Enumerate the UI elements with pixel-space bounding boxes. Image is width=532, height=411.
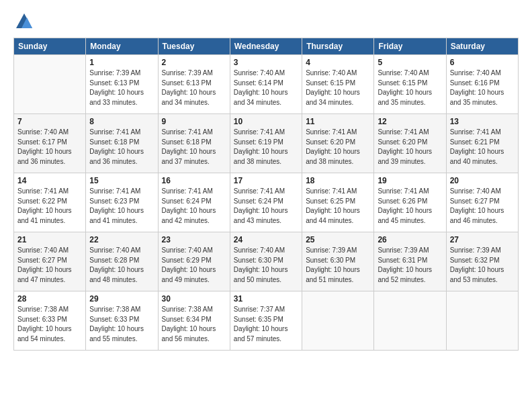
day-cell [14, 55, 86, 114]
day-info: Sunrise: 7:40 AM Sunset: 6:28 PM Dayligh… [89, 246, 154, 285]
day-number: 4 [306, 58, 370, 67]
day-number: 3 [234, 58, 298, 67]
calendar-container: SundayMondayTuesdayWednesdayThursdayFrid… [0, 0, 532, 357]
day-number: 21 [17, 235, 82, 244]
day-number: 16 [162, 176, 226, 185]
day-cell: 17Sunrise: 7:41 AM Sunset: 6:24 PM Dayli… [230, 173, 302, 232]
day-number: 23 [162, 235, 226, 244]
day-number: 15 [89, 176, 154, 185]
header-row [13, 12, 519, 31]
day-cell: 13Sunrise: 7:41 AM Sunset: 6:21 PM Dayli… [446, 114, 518, 173]
day-info: Sunrise: 7:40 AM Sunset: 6:17 PM Dayligh… [17, 128, 82, 167]
day-info: Sunrise: 7:40 AM Sunset: 6:29 PM Dayligh… [162, 246, 226, 285]
day-cell: 25Sunrise: 7:39 AM Sunset: 6:30 PM Dayli… [302, 232, 374, 291]
day-info: Sunrise: 7:41 AM Sunset: 6:20 PM Dayligh… [306, 128, 370, 167]
day-info: Sunrise: 7:41 AM Sunset: 6:24 PM Dayligh… [162, 187, 226, 226]
day-number: 12 [378, 117, 442, 126]
day-cell: 11Sunrise: 7:41 AM Sunset: 6:20 PM Dayli… [302, 114, 374, 173]
day-cell: 23Sunrise: 7:40 AM Sunset: 6:29 PM Dayli… [158, 232, 230, 291]
day-info: Sunrise: 7:41 AM Sunset: 6:18 PM Dayligh… [89, 128, 154, 167]
day-info: Sunrise: 7:40 AM Sunset: 6:16 PM Dayligh… [450, 68, 515, 107]
day-info: Sunrise: 7:41 AM Sunset: 6:21 PM Dayligh… [450, 128, 515, 167]
day-number: 19 [378, 176, 442, 185]
day-cell: 20Sunrise: 7:40 AM Sunset: 6:27 PM Dayli… [446, 173, 518, 232]
logo [13, 12, 34, 31]
day-info: Sunrise: 7:39 AM Sunset: 6:13 PM Dayligh… [162, 68, 226, 107]
week-row-4: 21Sunrise: 7:40 AM Sunset: 6:27 PM Dayli… [14, 232, 519, 291]
day-cell: 14Sunrise: 7:41 AM Sunset: 6:22 PM Dayli… [14, 173, 86, 232]
week-row-5: 28Sunrise: 7:38 AM Sunset: 6:33 PM Dayli… [14, 291, 519, 351]
day-info: Sunrise: 7:41 AM Sunset: 6:25 PM Dayligh… [306, 187, 370, 226]
day-number: 28 [17, 294, 82, 304]
week-row-1: 1Sunrise: 7:39 AM Sunset: 6:13 PM Daylig… [14, 55, 519, 114]
day-number: 7 [17, 117, 82, 126]
day-cell: 12Sunrise: 7:41 AM Sunset: 6:20 PM Dayli… [374, 114, 446, 173]
day-number: 13 [450, 117, 515, 126]
day-cell [446, 291, 518, 351]
day-cell: 21Sunrise: 7:40 AM Sunset: 6:27 PM Dayli… [14, 232, 86, 291]
header-row-days: SundayMondayTuesdayWednesdayThursdayFrid… [14, 38, 519, 55]
day-number: 22 [89, 235, 154, 244]
day-number: 9 [162, 117, 226, 126]
day-cell: 30Sunrise: 7:38 AM Sunset: 6:34 PM Dayli… [158, 291, 230, 351]
day-number: 17 [234, 176, 298, 185]
day-cell: 16Sunrise: 7:41 AM Sunset: 6:24 PM Dayli… [158, 173, 230, 232]
week-row-3: 14Sunrise: 7:41 AM Sunset: 6:22 PM Dayli… [14, 173, 519, 232]
day-cell: 9Sunrise: 7:41 AM Sunset: 6:18 PM Daylig… [158, 114, 230, 173]
day-number: 25 [306, 235, 370, 244]
day-number: 29 [89, 294, 154, 304]
day-cell: 1Sunrise: 7:39 AM Sunset: 6:13 PM Daylig… [86, 55, 158, 114]
day-cell: 6Sunrise: 7:40 AM Sunset: 6:16 PM Daylig… [446, 55, 518, 114]
day-cell: 15Sunrise: 7:41 AM Sunset: 6:23 PM Dayli… [86, 173, 158, 232]
day-info: Sunrise: 7:39 AM Sunset: 6:31 PM Dayligh… [378, 246, 442, 285]
day-cell: 10Sunrise: 7:41 AM Sunset: 6:19 PM Dayli… [230, 114, 302, 173]
day-cell: 24Sunrise: 7:40 AM Sunset: 6:30 PM Dayli… [230, 232, 302, 291]
day-cell: 26Sunrise: 7:39 AM Sunset: 6:31 PM Dayli… [374, 232, 446, 291]
day-number: 26 [378, 235, 442, 244]
day-cell: 28Sunrise: 7:38 AM Sunset: 6:33 PM Dayli… [14, 291, 86, 351]
day-number: 14 [17, 176, 82, 185]
day-header-monday: Monday [86, 38, 158, 55]
day-info: Sunrise: 7:40 AM Sunset: 6:15 PM Dayligh… [306, 68, 370, 107]
day-info: Sunrise: 7:41 AM Sunset: 6:19 PM Dayligh… [234, 128, 298, 167]
day-info: Sunrise: 7:41 AM Sunset: 6:22 PM Dayligh… [17, 187, 82, 226]
day-number: 11 [306, 117, 370, 126]
day-number: 31 [234, 294, 298, 304]
day-info: Sunrise: 7:40 AM Sunset: 6:27 PM Dayligh… [17, 246, 82, 285]
day-number: 1 [89, 58, 154, 67]
day-cell [374, 291, 446, 351]
day-number: 5 [378, 58, 442, 67]
week-row-2: 7Sunrise: 7:40 AM Sunset: 6:17 PM Daylig… [14, 114, 519, 173]
day-header-wednesday: Wednesday [230, 38, 302, 55]
day-cell: 2Sunrise: 7:39 AM Sunset: 6:13 PM Daylig… [158, 55, 230, 114]
day-info: Sunrise: 7:38 AM Sunset: 6:34 PM Dayligh… [162, 305, 226, 344]
day-info: Sunrise: 7:40 AM Sunset: 6:14 PM Dayligh… [234, 68, 298, 107]
day-number: 20 [450, 176, 515, 185]
day-info: Sunrise: 7:41 AM Sunset: 6:23 PM Dayligh… [89, 187, 154, 226]
calendar-table: SundayMondayTuesdayWednesdayThursdayFrid… [13, 38, 519, 351]
day-number: 10 [234, 117, 298, 126]
day-info: Sunrise: 7:37 AM Sunset: 6:35 PM Dayligh… [234, 305, 298, 344]
day-info: Sunrise: 7:41 AM Sunset: 6:24 PM Dayligh… [234, 187, 298, 226]
day-cell: 5Sunrise: 7:40 AM Sunset: 6:15 PM Daylig… [374, 55, 446, 114]
day-info: Sunrise: 7:38 AM Sunset: 6:33 PM Dayligh… [89, 305, 154, 344]
day-info: Sunrise: 7:41 AM Sunset: 6:20 PM Dayligh… [378, 128, 442, 167]
day-info: Sunrise: 7:39 AM Sunset: 6:13 PM Dayligh… [89, 68, 154, 107]
day-header-tuesday: Tuesday [158, 38, 230, 55]
day-header-saturday: Saturday [446, 38, 518, 55]
day-info: Sunrise: 7:39 AM Sunset: 6:32 PM Dayligh… [450, 246, 515, 285]
day-cell: 22Sunrise: 7:40 AM Sunset: 6:28 PM Dayli… [86, 232, 158, 291]
day-info: Sunrise: 7:40 AM Sunset: 6:27 PM Dayligh… [450, 187, 515, 226]
day-cell: 4Sunrise: 7:40 AM Sunset: 6:15 PM Daylig… [302, 55, 374, 114]
day-info: Sunrise: 7:41 AM Sunset: 6:26 PM Dayligh… [378, 187, 442, 226]
day-info: Sunrise: 7:41 AM Sunset: 6:18 PM Dayligh… [162, 128, 226, 167]
day-cell [302, 291, 374, 351]
day-number: 24 [234, 235, 298, 244]
day-header-sunday: Sunday [14, 38, 86, 55]
day-cell: 8Sunrise: 7:41 AM Sunset: 6:18 PM Daylig… [86, 114, 158, 173]
day-info: Sunrise: 7:38 AM Sunset: 6:33 PM Dayligh… [17, 305, 82, 344]
day-cell: 31Sunrise: 7:37 AM Sunset: 6:35 PM Dayli… [230, 291, 302, 351]
day-cell: 3Sunrise: 7:40 AM Sunset: 6:14 PM Daylig… [230, 55, 302, 114]
day-number: 8 [89, 117, 154, 126]
day-number: 2 [162, 58, 226, 67]
